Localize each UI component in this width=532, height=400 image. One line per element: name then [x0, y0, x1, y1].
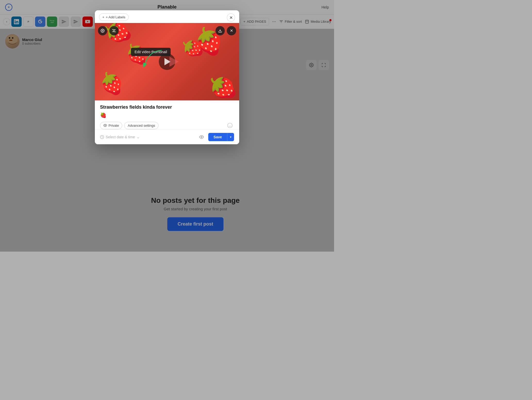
video-container: 🍓 🍓 🍓 🍓 🍓 🍓 ✕: [95, 23, 239, 100]
post-title: Strawberries fields kinda forever: [100, 105, 234, 110]
add-labels-text: + Add Labels: [106, 15, 126, 19]
footer-right: Save ▾: [197, 133, 234, 141]
video-settings-btn[interactable]: [98, 26, 107, 35]
advanced-settings-btn[interactable]: Advanced settings: [124, 122, 158, 129]
modal: ✕ + + Add Labels 🍓 🍓 🍓 🍓 🍓 🍓: [95, 10, 239, 144]
post-actions-row: Private Advanced settings: [100, 121, 234, 130]
strawberry-3: 🍓: [98, 71, 126, 97]
private-btn[interactable]: Private: [100, 122, 122, 129]
add-labels-btn[interactable]: + + Add Labels: [99, 13, 129, 21]
preview-btn[interactable]: [197, 133, 206, 141]
save-btn[interactable]: Save: [208, 133, 227, 141]
emoji-picker-btn[interactable]: [226, 121, 234, 130]
edit-thumbnail-tooltip: Edit video thumbnail: [131, 48, 171, 56]
advanced-label: Advanced settings: [128, 124, 155, 127]
add-labels-plus: +: [102, 15, 104, 19]
video-controls-top-left: [98, 26, 119, 35]
post-emoji: 🍓: [100, 112, 234, 118]
svg-point-5: [105, 125, 106, 126]
video-crop-btn[interactable]: [109, 26, 119, 35]
date-placeholder: Select date & time: [106, 135, 135, 139]
save-dropdown-btn[interactable]: ▾: [227, 133, 234, 141]
modal-body: Strawberries fields kinda forever 🍓 Priv…: [95, 100, 239, 130]
date-chevron-icon: ⌄: [137, 135, 140, 139]
modal-header: + + Add Labels: [95, 10, 239, 23]
save-btn-group: Save ▾: [208, 133, 234, 141]
modal-footer: Select date & time ⌄ Save ▾: [95, 130, 239, 144]
date-selector[interactable]: Select date & time ⌄: [100, 135, 140, 139]
svg-point-6: [228, 123, 232, 128]
video-controls-top-right: ✕: [215, 26, 236, 35]
strawberry-4: 🍓: [206, 71, 239, 100]
svg-point-10: [201, 137, 202, 138]
video-download-btn[interactable]: [215, 26, 225, 35]
svg-point-2: [102, 30, 103, 31]
video-remove-btn[interactable]: ✕: [227, 26, 236, 35]
private-label: Private: [109, 124, 119, 127]
modal-close-btn[interactable]: ✕: [227, 13, 235, 22]
play-triangle-pink: [169, 57, 179, 67]
